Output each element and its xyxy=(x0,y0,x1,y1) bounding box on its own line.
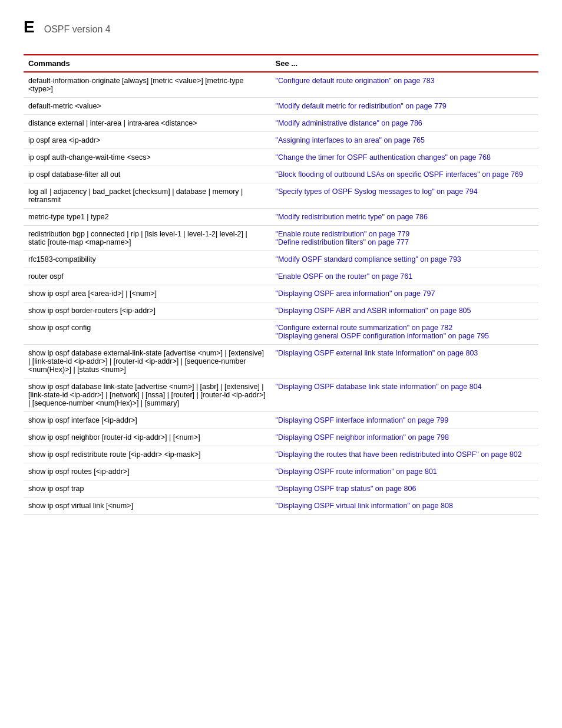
table-row: log all | adjacency | bad_packet [checks… xyxy=(24,183,538,209)
reference-link[interactable]: "Define redistribution filters" on page … xyxy=(276,238,409,246)
reference-link[interactable]: "Displaying OSPF external link state Inf… xyxy=(276,349,478,357)
table-row: show ip ospf interface [<ip-addr>]"Displ… xyxy=(24,412,538,429)
reference-cell: "Displaying OSPF interface information" … xyxy=(271,412,538,429)
reference-cell: "Displaying OSPF database link state inf… xyxy=(271,378,538,412)
reference-link[interactable]: "Displaying OSPF virtual link informatio… xyxy=(276,502,453,510)
chapter-letter: E xyxy=(24,18,35,37)
reference-cell: "Specify types of OSPF Syslog messages t… xyxy=(271,183,538,209)
reference-link[interactable]: "Enable OSPF on the router" on page 761 xyxy=(276,272,413,281)
reference-link[interactable]: "Modify OSPF standard compliance setting… xyxy=(276,255,461,263)
reference-cell: "Displaying OSPF ABR and ASBR informatio… xyxy=(271,302,538,319)
table-row: show ip ospf config"Configure external r… xyxy=(24,319,538,345)
reference-link[interactable]: "Configure external route summarization"… xyxy=(276,324,453,332)
command-cell: ip ospf database-filter all out xyxy=(24,166,271,183)
command-cell: show ip ospf area [<area-id>] | [<num>] xyxy=(24,285,271,302)
reference-link[interactable]: "Specify types of OSPF Syslog messages t… xyxy=(276,187,478,196)
reference-cell: "Displaying OSPF trap status" on page 80… xyxy=(271,480,538,498)
table-row: distance external | inter-area | intra-a… xyxy=(24,115,538,132)
reference-cell: "Displaying OSPF route information" on p… xyxy=(271,463,538,480)
reference-cell: "Displaying OSPF virtual link informatio… xyxy=(271,498,538,515)
command-cell: show ip ospf neighbor [router-id <ip-add… xyxy=(24,429,271,446)
table-row: metric-type type1 | type2"Modify redistr… xyxy=(24,209,538,226)
reference-cell: "Displaying OSPF external link state Inf… xyxy=(271,345,538,378)
col-see: See ... xyxy=(271,55,538,72)
reference-link[interactable]: "Modify default metric for redistributio… xyxy=(276,102,447,110)
reference-cell: "Configure external route summarization"… xyxy=(271,319,538,345)
table-row: show ip ospf database link-state [advert… xyxy=(24,378,538,412)
reference-cell: "Modify OSPF standard compliance setting… xyxy=(271,251,538,268)
reference-link[interactable]: "Configure default route origination" on… xyxy=(276,77,435,85)
commands-table: Commands See ... default-information-ori… xyxy=(24,54,538,515)
reference-cell: "Displaying OSPF area information" on pa… xyxy=(271,285,538,302)
command-cell: show ip ospf border-routers [<ip-addr>] xyxy=(24,302,271,319)
reference-link[interactable]: "Modify redistribution metric type" on p… xyxy=(276,213,428,221)
command-cell: rfc1583-compatibility xyxy=(24,251,271,268)
reference-cell: "Displaying OSPF neighbor information" o… xyxy=(271,429,538,446)
command-cell: show ip ospf virtual link [<num>] xyxy=(24,498,271,515)
table-row: show ip ospf border-routers [<ip-addr>]"… xyxy=(24,302,538,319)
table-row: show ip ospf redistribute route [<ip-add… xyxy=(24,446,538,463)
command-cell: show ip ospf config xyxy=(24,319,271,345)
table-row: show ip ospf routes [<ip-addr>]"Displayi… xyxy=(24,463,538,480)
table-row: ip ospf database-filter all out"Block fl… xyxy=(24,166,538,183)
reference-link[interactable]: "Displaying OSPF database link state inf… xyxy=(276,383,482,391)
reference-cell: "Change the timer for OSPF authenticatio… xyxy=(271,149,538,166)
reference-link[interactable]: "Block flooding of outbound LSAs on spec… xyxy=(276,170,523,179)
reference-cell: "Modify default metric for redistributio… xyxy=(271,98,538,115)
reference-link[interactable]: "Displaying OSPF area information" on pa… xyxy=(276,289,435,298)
reference-cell: "Assigning interfaces to an area" on pag… xyxy=(271,132,538,149)
reference-link[interactable]: "Change the timer for OSPF authenticatio… xyxy=(276,153,491,162)
table-header-row: Commands See ... xyxy=(24,55,538,72)
page-header: E OSPF version 4 xyxy=(24,18,538,37)
reference-cell: "Modify administrative distance" on page… xyxy=(271,115,538,132)
chapter-title: OSPF version 4 xyxy=(44,24,111,35)
reference-link[interactable]: "Displaying OSPF neighbor information" o… xyxy=(276,433,449,442)
command-cell: default-metric <value> xyxy=(24,98,271,115)
reference-cell: "Modify redistribution metric type" on p… xyxy=(271,209,538,226)
reference-link[interactable]: "Modify administrative distance" on page… xyxy=(276,119,422,127)
table-row: default-metric <value>"Modify default me… xyxy=(24,98,538,115)
table-row: redistribution bgp | connected | rip | [… xyxy=(24,226,538,251)
table-row: show ip ospf neighbor [router-id <ip-add… xyxy=(24,429,538,446)
table-row: show ip ospf area [<area-id>] | [<num>]"… xyxy=(24,285,538,302)
table-row: show ip ospf database external-link-stat… xyxy=(24,345,538,378)
reference-cell: "Displaying the routes that have been re… xyxy=(271,446,538,463)
command-cell: distance external | inter-area | intra-a… xyxy=(24,115,271,132)
command-cell: ip ospf area <ip-addr> xyxy=(24,132,271,149)
table-row: router ospf"Enable OSPF on the router" o… xyxy=(24,268,538,285)
command-cell: show ip ospf database link-state [advert… xyxy=(24,378,271,412)
reference-link[interactable]: "Displaying OSPF trap status" on page 80… xyxy=(276,485,416,493)
reference-cell: "Enable OSPF on the router" on page 761 xyxy=(271,268,538,285)
reference-cell: "Configure default route origination" on… xyxy=(271,72,538,98)
reference-link[interactable]: "Displaying OSPF interface information" … xyxy=(276,416,449,424)
command-cell: show ip ospf redistribute route [<ip-add… xyxy=(24,446,271,463)
command-cell: default-information-originate [always] [… xyxy=(24,72,271,98)
command-cell: show ip ospf trap xyxy=(24,480,271,498)
table-row: show ip ospf virtual link [<num>]"Displa… xyxy=(24,498,538,515)
reference-link[interactable]: "Displaying the routes that have been re… xyxy=(276,450,522,459)
reference-link[interactable]: "Enable route redistribution" on page 77… xyxy=(276,230,410,238)
command-cell: log all | adjacency | bad_packet [checks… xyxy=(24,183,271,209)
reference-link[interactable]: "Assigning interfaces to an area" on pag… xyxy=(276,136,425,144)
command-cell: router ospf xyxy=(24,268,271,285)
table-row: ip ospf area <ip-addr>"Assigning interfa… xyxy=(24,132,538,149)
command-cell: ip ospf auth-change-wait-time <secs> xyxy=(24,149,271,166)
command-cell: show ip ospf interface [<ip-addr>] xyxy=(24,412,271,429)
reference-link[interactable]: "Displaying OSPF route information" on p… xyxy=(276,467,437,476)
command-cell: metric-type type1 | type2 xyxy=(24,209,271,226)
table-row: show ip ospf trap"Displaying OSPF trap s… xyxy=(24,480,538,498)
col-commands: Commands xyxy=(24,55,271,72)
reference-cell: "Enable route redistribution" on page 77… xyxy=(271,226,538,251)
reference-cell: "Block flooding of outbound LSAs on spec… xyxy=(271,166,538,183)
table-row: rfc1583-compatibility"Modify OSPF standa… xyxy=(24,251,538,268)
command-cell: redistribution bgp | connected | rip | [… xyxy=(24,226,271,251)
command-cell: show ip ospf database external-link-stat… xyxy=(24,345,271,378)
table-row: ip ospf auth-change-wait-time <secs>"Cha… xyxy=(24,149,538,166)
reference-link[interactable]: "Displaying OSPF ABR and ASBR informatio… xyxy=(276,307,471,315)
table-row: default-information-originate [always] [… xyxy=(24,72,538,98)
reference-link[interactable]: "Displaying general OSPF configuration i… xyxy=(276,332,490,340)
command-cell: show ip ospf routes [<ip-addr>] xyxy=(24,463,271,480)
